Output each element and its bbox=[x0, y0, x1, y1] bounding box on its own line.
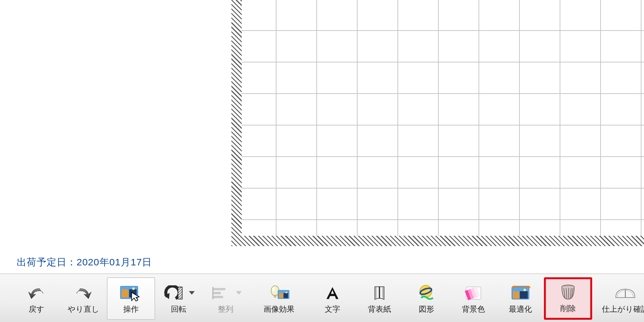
cover-button[interactable]: 背表紙 bbox=[356, 278, 403, 319]
redo-icon bbox=[72, 284, 95, 302]
svg-rect-11 bbox=[213, 296, 223, 298]
align-icon bbox=[210, 284, 232, 302]
optimize-icon bbox=[509, 284, 532, 302]
canvas-hatch-left bbox=[231, 0, 242, 246]
redo-button[interactable]: やり直し bbox=[60, 278, 107, 319]
rotate-dropdown-caret[interactable] bbox=[189, 291, 195, 295]
canvas-grid bbox=[237, 0, 644, 240]
align-label: 整列 bbox=[218, 304, 233, 314]
image-effect-button[interactable]: 画像効果 bbox=[249, 278, 309, 319]
image-effect-icon bbox=[268, 284, 290, 302]
svg-rect-14 bbox=[274, 295, 276, 298]
svg-point-30 bbox=[524, 289, 526, 291]
rotate-label: 回転 bbox=[171, 304, 186, 314]
svg-point-15 bbox=[272, 287, 275, 291]
rotate-icon bbox=[163, 284, 185, 302]
cover-label: 背表紙 bbox=[368, 304, 391, 314]
bgcolor-button[interactable]: 背景色 bbox=[450, 278, 497, 319]
shape-label: 図形 bbox=[419, 304, 434, 314]
preview-button[interactable]: 仕上がり確認 bbox=[592, 278, 644, 319]
spine-icon bbox=[368, 284, 391, 302]
undo-button[interactable]: 戻す bbox=[13, 278, 60, 319]
svg-rect-12 bbox=[212, 287, 214, 299]
canvas-area[interactable] bbox=[231, 0, 644, 246]
text-button[interactable]: 文字 bbox=[309, 278, 356, 319]
operate-icon bbox=[120, 284, 142, 302]
svg-rect-8 bbox=[178, 287, 182, 299]
bgcolor-icon bbox=[462, 284, 485, 302]
text-label: 文字 bbox=[325, 304, 340, 314]
align-dropdown-caret bbox=[236, 291, 242, 295]
svg-point-3 bbox=[132, 287, 135, 290]
svg-rect-9 bbox=[213, 288, 225, 290]
operate-label: 操作 bbox=[123, 304, 139, 314]
image-effect-label: 画像効果 bbox=[264, 304, 294, 314]
undo-icon bbox=[25, 284, 48, 302]
operate-button[interactable]: 操作 bbox=[107, 277, 155, 320]
rotate-button[interactable]: 回転 bbox=[155, 278, 202, 319]
shape-icon bbox=[415, 284, 438, 302]
ship-date-label: 出荷予定日：2020年01月17日 bbox=[17, 256, 152, 269]
svg-rect-29 bbox=[520, 291, 528, 299]
toolbar: 戻す やり直し bbox=[0, 273, 644, 322]
optimize-button[interactable]: 最適化 bbox=[497, 278, 544, 319]
align-button: 整列 bbox=[202, 278, 249, 319]
preview-label: 仕上がり確認 bbox=[602, 304, 644, 314]
bgcolor-label: 背景色 bbox=[462, 304, 485, 314]
open-book-icon bbox=[614, 284, 637, 302]
svg-rect-17 bbox=[279, 293, 283, 298]
svg-rect-1 bbox=[122, 289, 128, 297]
redo-label: やり直し bbox=[68, 304, 99, 314]
undo-label: 戻す bbox=[29, 304, 44, 314]
svg-rect-28 bbox=[513, 291, 519, 299]
trash-icon bbox=[557, 283, 579, 301]
shape-button[interactable]: 図形 bbox=[403, 278, 450, 319]
delete-button[interactable]: 削除 bbox=[544, 277, 592, 320]
svg-rect-18 bbox=[284, 293, 288, 298]
optimize-label: 最適化 bbox=[509, 304, 532, 314]
delete-label: 削除 bbox=[560, 303, 576, 314]
text-icon bbox=[321, 284, 344, 302]
svg-point-19 bbox=[285, 291, 287, 293]
svg-rect-10 bbox=[213, 292, 221, 294]
canvas-hatch-bottom bbox=[231, 236, 644, 246]
